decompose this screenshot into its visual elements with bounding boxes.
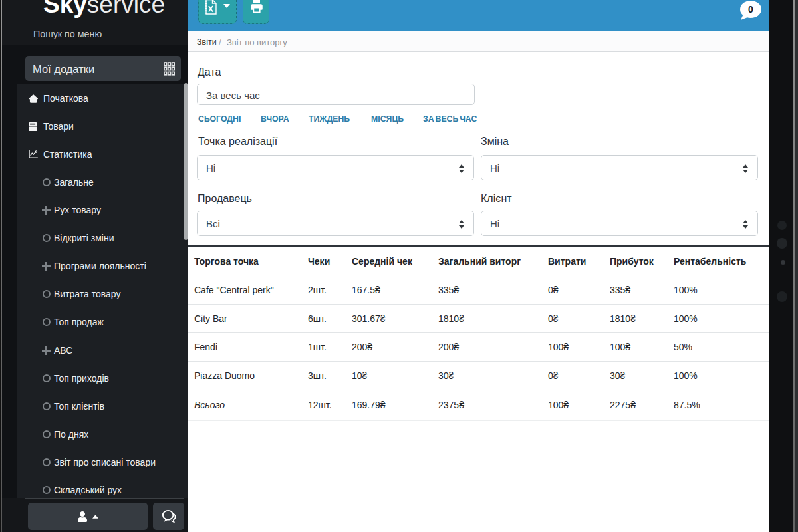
svg-text:0: 0	[748, 4, 753, 15]
